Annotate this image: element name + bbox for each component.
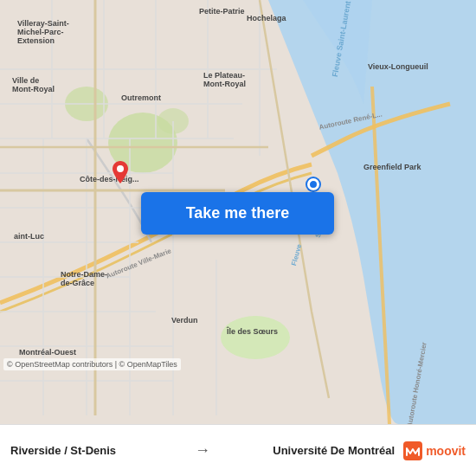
svg-point-4	[221, 316, 290, 359]
route-origin: Riverside / St-Denis	[10, 444, 188, 457]
origin-dot	[307, 178, 319, 190]
take-me-there-button[interactable]: Take me there	[141, 192, 334, 235]
moovit-brand-text: moovit	[426, 444, 466, 458]
moovit-icon	[403, 441, 422, 460]
svg-point-28	[117, 165, 124, 172]
route-destination: Université De Montréal	[217, 444, 395, 457]
destination-pin	[113, 161, 128, 183]
bottom-bar: Riverside / St-Denis → Université De Mon…	[0, 424, 476, 476]
button-label: Take me there	[186, 204, 290, 222]
map-container: Petite-Patrie Hochelaga Villeray-Saint-M…	[0, 0, 476, 424]
route-arrow-icon: →	[195, 441, 210, 460]
attribution-text: © OpenStreetMap contributors | © OpenMap…	[7, 360, 177, 369]
map-attribution: © OpenStreetMap contributors | © OpenMap…	[3, 358, 181, 370]
moovit-logo: moovit	[403, 441, 466, 460]
